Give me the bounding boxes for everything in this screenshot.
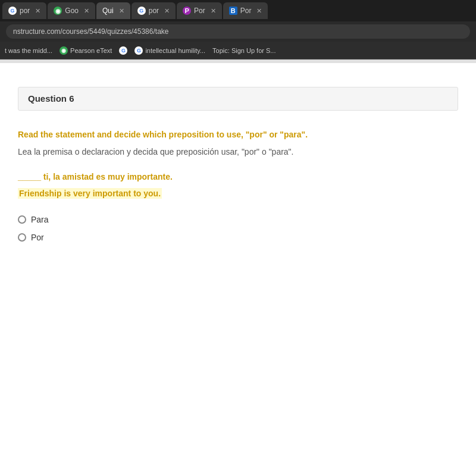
- tab-label-2: Goo: [65, 7, 79, 15]
- translation-text: Friendship is very important to you.: [18, 188, 162, 199]
- tab-label-6: Por: [240, 7, 252, 15]
- google-icon-bm4: G: [134, 46, 143, 55]
- bookmark-intellectual[interactable]: G intellectual humility...: [134, 46, 205, 55]
- tab-qui[interactable]: Qui ✕: [96, 2, 130, 19]
- tab-por-6[interactable]: B Por ✕: [223, 2, 268, 19]
- tab-label-5: Por: [194, 7, 205, 15]
- question-body: Read the statement and decide which prep…: [18, 123, 458, 256]
- bookmark-google[interactable]: G: [119, 46, 127, 55]
- tab-close-2[interactable]: ✕: [84, 7, 89, 15]
- question-number: Question 6: [28, 93, 74, 104]
- address-input[interactable]: [6, 24, 470, 39]
- bookmark-label-3: intellectual humility...: [145, 47, 205, 54]
- tab-por-1[interactable]: G por ✕: [2, 2, 46, 19]
- google-icon-tab4: G: [137, 7, 146, 15]
- question-header: Question 6: [18, 87, 458, 111]
- option-por[interactable]: Por: [18, 233, 458, 242]
- address-bar: [0, 21, 476, 42]
- tab-close-5[interactable]: ✕: [211, 7, 216, 15]
- bookmark-label-0: t was the midd...: [5, 47, 52, 54]
- bookmark-topic[interactable]: Topic: Sign Up for S...: [212, 47, 275, 54]
- green-icon-pearson: ◉: [60, 46, 68, 55]
- tab-close-3[interactable]: ✕: [119, 7, 124, 15]
- radio-por[interactable]: [18, 233, 26, 242]
- tab-close-6[interactable]: ✕: [256, 7, 262, 15]
- tab-por-4[interactable]: G por ✕: [131, 2, 176, 19]
- tab-close-4[interactable]: ✕: [164, 7, 170, 15]
- answer-options: Para Por: [18, 215, 458, 242]
- tab-label-1: por: [20, 7, 30, 15]
- top-divider: [0, 60, 476, 63]
- page-content: Question 6 Read the statement and decide…: [0, 60, 476, 476]
- quiz-container: Question 6 Read the statement and decide…: [0, 75, 476, 268]
- option-para-label: Para: [31, 215, 49, 224]
- blank-sentence: _____ ti, la amistad es muy importante.: [18, 170, 458, 183]
- tab-close-1[interactable]: ✕: [35, 7, 40, 15]
- option-para[interactable]: Para: [18, 215, 458, 224]
- tab-label-3: Qui: [102, 7, 114, 15]
- google-icon-tab1: G: [8, 7, 17, 15]
- radio-para[interactable]: [18, 215, 26, 224]
- tab-label-4: por: [149, 7, 159, 15]
- bookmarks-bar: t was the midd... ◉ Pearson eText G G in…: [0, 42, 476, 60]
- bookmark-pearson[interactable]: ◉ Pearson eText: [60, 46, 112, 55]
- instruction-normal: Lea la premisa o declaracion y decida qu…: [18, 146, 458, 158]
- tab-por-5[interactable]: P Por ✕: [177, 2, 222, 19]
- browser-chrome: G por ✕ ◉ Goo ✕ Qui ✕ G por ✕ P Por ✕ B: [0, 0, 476, 60]
- tab-goo[interactable]: ◉ Goo ✕: [48, 2, 95, 19]
- bookmark-label-1: Pearson eText: [70, 47, 112, 54]
- bookmark-label-4: Topic: Sign Up for S...: [212, 47, 275, 54]
- purple-icon-tab5: P: [183, 7, 191, 15]
- green-icon-tab2: ◉: [54, 7, 62, 15]
- google-icon-bm3: G: [119, 46, 127, 55]
- bookmark-midd[interactable]: t was the midd...: [5, 47, 52, 54]
- option-por-label: Por: [31, 233, 44, 242]
- tab-bar: G por ✕ ◉ Goo ✕ Qui ✕ G por ✕ P Por ✕ B: [0, 0, 476, 21]
- blue-icon-tab6: B: [229, 7, 237, 15]
- instruction-bold: Read the statement and decide which prep…: [18, 129, 458, 141]
